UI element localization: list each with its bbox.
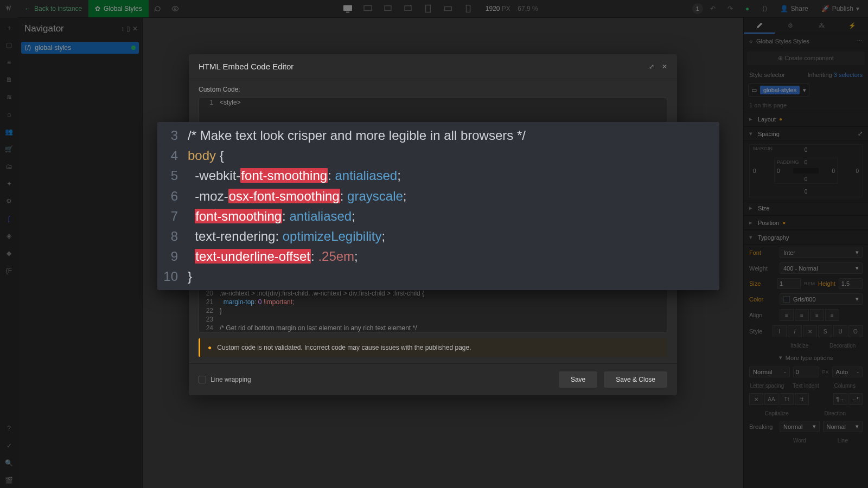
modal-title: HTML Embed Code Editor [199, 62, 293, 71]
code-line: 23 [199, 315, 667, 324]
lw-label: Line wrapping [210, 376, 251, 383]
code-line: 20.w-richtext > :not(div):first-child, .… [199, 289, 667, 298]
zoom-line-10: 10} [157, 266, 719, 286]
zoom-line-9: 9 text-underline-offset: .25em; [157, 246, 719, 266]
modal-header: HTML Embed Code Editor ⤢ ✕ [189, 54, 677, 79]
zoom-line-5: 5 -webkit-font-smoothing: antialiased; [157, 165, 719, 185]
close-modal-icon[interactable]: ✕ [662, 63, 667, 70]
validation-warning: ● Custom code is not validated. Incorrec… [199, 338, 667, 357]
warning-icon: ● [208, 344, 212, 351]
modal-footer: Line wrapping Save Save & Close [189, 363, 677, 395]
save-button[interactable]: Save [559, 371, 597, 388]
code-line: 21 margin-top: 0 !important; [199, 298, 667, 306]
save-close-button[interactable]: Save & Close [604, 371, 667, 388]
expand-modal-icon[interactable]: ⤢ [649, 63, 654, 70]
code-line: 22} [199, 306, 667, 315]
checkbox-icon[interactable] [199, 376, 206, 383]
zoom-line-6: 6 -moz-osx-font-smoothing: grayscale; [157, 186, 719, 206]
zoom-line-3: 3/* Make text look crisper and more legi… [157, 125, 719, 145]
custom-code-label: Custom Code: [199, 86, 667, 93]
zoom-line-4: 4body { [157, 145, 719, 165]
line-wrapping-checkbox[interactable]: Line wrapping [199, 376, 251, 383]
zoom-line-8: 8 text-rendering: optimizeLegibility; [157, 226, 719, 246]
code-line: 24/* Get rid of bottom margin on last el… [199, 324, 667, 332]
zoom-line-7: 7 font-smoothing: antialiased; [157, 206, 719, 226]
code-line: 1<style> [199, 98, 667, 107]
zoomed-code-overlay: 3/* Make text look crisper and more legi… [157, 122, 719, 290]
warning-text: Custom code is not validated. Incorrect … [217, 344, 471, 351]
